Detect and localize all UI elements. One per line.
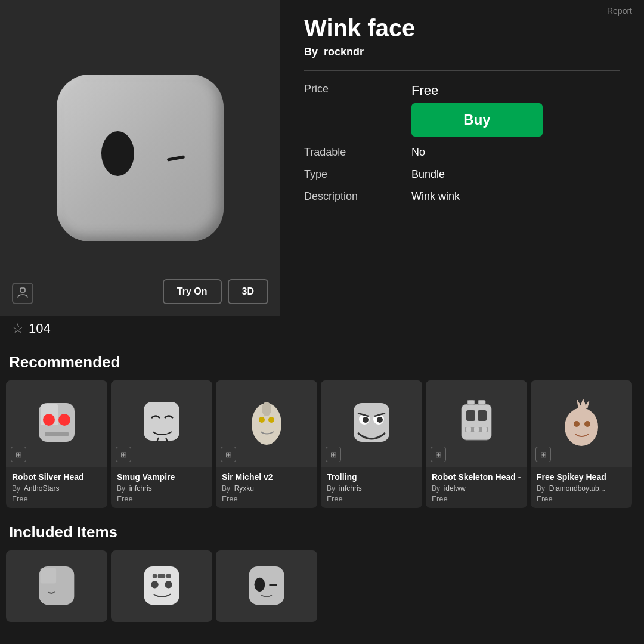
card-type-icon: ⊞ xyxy=(11,447,26,462)
card-image: ⊞ xyxy=(6,380,107,467)
price-value: Free xyxy=(411,83,543,98)
card-price: Free xyxy=(432,494,521,503)
svg-rect-33 xyxy=(40,568,56,584)
card-price: Free xyxy=(117,494,206,503)
item-3d-model xyxy=(57,75,224,242)
card-image: ⊞ xyxy=(426,380,527,467)
svg-rect-13 xyxy=(354,403,389,442)
list-item[interactable] xyxy=(111,550,212,622)
card-name: Trolling xyxy=(327,472,416,482)
eye-right xyxy=(167,155,185,161)
list-item[interactable]: ⊞ Free Spikey Head By Diamondboytub... F… xyxy=(531,380,632,508)
included-card-image xyxy=(111,550,212,622)
svg-point-36 xyxy=(165,581,172,588)
card-author: By Diamondboytub... xyxy=(537,484,626,493)
svg-rect-40 xyxy=(249,566,284,605)
list-item[interactable]: ⊞ Robot Silver Head By AnthoStars Free xyxy=(6,380,107,508)
card-info: Sir Michel v2 By Ryxku Free xyxy=(216,467,317,508)
svg-point-10 xyxy=(259,417,265,423)
author-name[interactable]: rockndr xyxy=(324,46,364,58)
card-author: By AnthoStars xyxy=(12,484,101,493)
svg-rect-28 xyxy=(478,400,485,405)
type-label: Type xyxy=(304,168,411,181)
card-type-icon: ⊞ xyxy=(431,447,446,462)
svg-point-29 xyxy=(565,408,598,446)
card-type-icon: ⊞ xyxy=(116,447,131,462)
svg-rect-37 xyxy=(153,574,157,578)
svg-point-3 xyxy=(43,414,55,426)
recommended-grid: ⊞ Robot Silver Head By AnthoStars Free xyxy=(6,380,638,508)
card-image: ⊞ xyxy=(111,380,212,467)
list-item[interactable] xyxy=(216,550,317,622)
card-type-icon: ⊞ xyxy=(221,447,236,462)
preview-area: Try On 3D xyxy=(0,0,280,316)
list-item[interactable]: ⊞ Trolling By infchris Free xyxy=(321,380,422,508)
eye-left xyxy=(101,131,134,176)
svg-rect-38 xyxy=(166,574,171,578)
card-price: Free xyxy=(327,494,416,503)
card-info: Robot Silver Head By AnthoStars Free xyxy=(6,467,107,508)
card-name: Sir Michel v2 xyxy=(222,472,311,482)
card-image: ⊞ xyxy=(216,380,317,467)
recommended-section: Recommended ⊞ Robot Silver Head By Antho… xyxy=(0,341,644,514)
list-item[interactable]: ⊞ Robot Skeleton Head - By idelww Free xyxy=(426,380,527,508)
svg-point-16 xyxy=(363,417,369,423)
card-price: Free xyxy=(537,494,626,503)
included-card-image xyxy=(216,550,317,622)
buy-button[interactable]: Buy xyxy=(411,103,543,137)
price-label: Price xyxy=(304,83,411,95)
item-author: By rockndr xyxy=(304,46,620,58)
price-row: Price Free Buy xyxy=(304,83,620,137)
tradable-label: Tradable xyxy=(304,146,411,159)
list-item[interactable]: ⊞ Smug Vampire By infchris Free xyxy=(111,380,212,508)
info-area: Report Wink face By rockndr Price Free B… xyxy=(280,0,644,316)
svg-rect-27 xyxy=(467,400,475,405)
view-3d-button[interactable]: 3D xyxy=(228,279,268,304)
description-value: Wink wink xyxy=(411,190,460,203)
svg-rect-24 xyxy=(466,427,471,432)
card-info: Robot Skeleton Head - By idelww Free xyxy=(426,467,527,508)
card-image: ⊞ xyxy=(321,380,422,467)
svg-point-4 xyxy=(58,414,70,426)
card-name: Free Spikey Head xyxy=(537,472,626,482)
svg-rect-26 xyxy=(482,427,487,432)
svg-rect-22 xyxy=(478,410,487,421)
author-label: By xyxy=(304,46,318,58)
card-price: Free xyxy=(222,494,311,503)
svg-rect-39 xyxy=(158,574,165,578)
type-row: Type Bundle xyxy=(304,168,620,181)
item-preview xyxy=(45,57,236,259)
card-image: ⊞ xyxy=(531,380,632,467)
avatar-icon xyxy=(12,283,33,304)
tradable-value: No xyxy=(411,146,425,159)
card-info: Smug Vampire By infchris Free xyxy=(111,467,212,508)
card-price: Free xyxy=(12,494,101,503)
card-name: Robot Silver Head xyxy=(12,472,101,482)
list-item[interactable] xyxy=(6,550,107,622)
included-grid xyxy=(6,550,638,622)
svg-rect-25 xyxy=(474,427,479,432)
card-author: By infchris xyxy=(117,484,206,493)
top-section: Try On 3D Report Wink face By rockndr Pr… xyxy=(0,0,644,316)
svg-point-17 xyxy=(377,417,383,423)
svg-point-31 xyxy=(584,421,590,427)
star-icon: ☆ xyxy=(12,321,24,336)
list-item[interactable]: ⊞ Sir Michel v2 By Ryxku Free xyxy=(216,380,317,508)
svg-point-12 xyxy=(262,402,271,416)
preview-controls: Try On 3D xyxy=(163,279,268,304)
try-on-button[interactable]: Try On xyxy=(163,279,222,304)
svg-rect-5 xyxy=(45,432,69,436)
rating-count: 104 xyxy=(29,321,51,336)
card-author: By Ryxku xyxy=(222,484,311,493)
card-author: By idelww xyxy=(432,484,521,493)
card-name: Smug Vampire xyxy=(117,472,206,482)
svg-point-35 xyxy=(151,581,158,588)
rating-row: ☆ 104 xyxy=(0,316,644,341)
tradable-row: Tradable No xyxy=(304,146,620,159)
item-title: Wink face xyxy=(304,15,620,41)
report-link[interactable]: Report xyxy=(607,6,632,16)
svg-rect-0 xyxy=(20,288,25,292)
type-value: Bundle xyxy=(411,168,445,181)
included-title: Included Items xyxy=(6,523,638,541)
divider xyxy=(304,70,620,71)
